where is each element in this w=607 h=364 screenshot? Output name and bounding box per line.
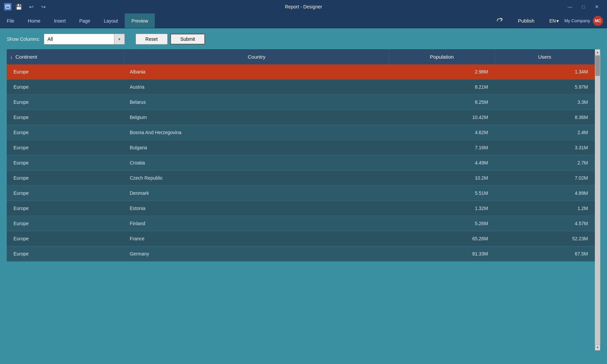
language-button[interactable]: EN ▾ [547,17,561,25]
table-row[interactable]: Europe Croatia 4.49M 2.7M [7,155,595,171]
filter-buttons: Reset Submit [136,34,205,44]
table-row[interactable]: Europe Finland 5.26M 4.57M [7,216,595,231]
cell-population: 4.49M [389,155,495,171]
company-label: My Company [564,18,590,23]
cell-continent: Europe [7,155,124,171]
cell-users: 2.7M [495,155,595,171]
table-row[interactable]: Europe France 65.26M 52.23M [7,231,595,246]
header-country[interactable]: Country [124,49,389,64]
cell-population: 81.33M [389,246,495,262]
cell-users: 2.4M [495,125,595,140]
scrollbar-down-button[interactable]: ▼ [595,344,600,351]
cell-users: 4.89M [495,186,595,201]
cell-continent: Europe [7,95,124,110]
main-content: Show Columns: All Continent Country Popu… [0,28,607,364]
table-row[interactable]: Europe Albania 2.98M 1.34M [7,64,595,80]
share-button[interactable] [494,16,506,26]
show-columns-select[interactable]: All Continent Country Population Users [44,34,125,44]
cell-country: Denmark [124,186,389,201]
cell-population: 5.51M [389,186,495,201]
cell-country: Czech Republic [124,171,389,186]
cell-continent: Europe [7,246,124,262]
cell-users: 7.02M [495,171,595,186]
cell-users: 5.97M [495,80,595,95]
cell-population: 8.21M [389,80,495,95]
menu-home[interactable]: Home [21,13,47,28]
sort-icon: ↓ [10,54,13,60]
cell-population: 2.98M [389,64,495,80]
scrollbar-thumb[interactable] [595,56,600,76]
menu-page[interactable]: Page [73,13,97,28]
header-users[interactable]: Users [495,49,595,64]
header-population[interactable]: Population [389,49,495,64]
cell-continent: Europe [7,64,124,80]
cell-population: 10.2M [389,171,495,186]
cell-country: France [124,231,389,246]
minimize-button[interactable]: — [564,2,576,11]
cell-continent: Europe [7,231,124,246]
cell-continent: Europe [7,201,124,216]
submit-button[interactable]: Submit [170,34,205,44]
lang-chevron-icon: ▾ [556,18,559,24]
cell-country: Croatia [124,155,389,171]
menu-layout[interactable]: Layout [97,13,125,28]
cell-users: 8.36M [495,110,595,125]
lang-label: EN [549,18,556,24]
app-icon [4,3,11,10]
table-row[interactable]: Europe Bosnia And Herzegovina 4.62M 2.4M [7,125,595,140]
cell-users: 67.5M [495,246,595,262]
table-row[interactable]: Europe Czech Republic 10.2M 7.02M [7,171,595,186]
cell-continent: Europe [7,80,124,95]
table-row[interactable]: Europe Estonia 1.32M 1.2M [7,201,595,216]
save-button[interactable]: 💾 [14,2,24,11]
cell-country: Albania [124,64,389,80]
filter-bar: Show Columns: All Continent Country Popu… [7,34,600,44]
avatar[interactable]: MC [593,16,603,26]
table-wrapper: ↓ Continent Country Population Users Eur… [7,49,600,351]
cell-country: Austria [124,80,389,95]
data-table: ↓ Continent Country Population Users Eur… [7,49,595,262]
header-continent[interactable]: ↓ Continent [7,49,124,64]
window-title: Report - Designer [285,4,322,9]
table-row[interactable]: Europe Germany 81.33M 67.5M [7,246,595,262]
menu-preview[interactable]: Preview [125,13,155,28]
menu-bar: File Home Insert Page Layout Preview Pub… [0,13,607,28]
table-row[interactable]: Europe Denmark 5.51M 4.89M [7,186,595,201]
scrollbar[interactable]: ▲ ▼ [595,49,600,351]
cell-population: 1.32M [389,201,495,216]
cell-users: 1.2M [495,201,595,216]
table-row[interactable]: Europe Belgium 10.42M 8.36M [7,110,595,125]
reset-button[interactable]: Reset [136,34,168,44]
cell-population: 7.16M [389,140,495,155]
cell-continent: Europe [7,186,124,201]
menu-items: File Home Insert Page Layout Preview [0,13,155,28]
title-bar: 💾 ↩ ↪ Report - Designer — □ ✕ [0,0,607,13]
table-row[interactable]: Europe Belarus 8.25M 3.3M [7,95,595,110]
menu-insert[interactable]: Insert [47,13,73,28]
cell-users: 4.57M [495,216,595,231]
table-row[interactable]: Europe Austria 8.21M 5.97M [7,80,595,95]
table-row[interactable]: Europe Bulgaria 7.16M 3.31M [7,140,595,155]
menu-file[interactable]: File [0,13,21,28]
publish-button[interactable]: Publish [509,16,544,26]
cell-country: Germany [124,246,389,262]
cell-users: 3.31M [495,140,595,155]
window-controls: — □ ✕ [564,2,603,11]
cell-population: 4.62M [389,125,495,140]
cell-population: 5.26M [389,216,495,231]
show-columns-select-wrapper: All Continent Country Population Users ▼ [44,34,125,44]
svg-rect-0 [6,5,10,8]
cell-country: Finland [124,216,389,231]
close-button[interactable]: ✕ [591,2,603,11]
table-scroll-area[interactable]: ↓ Continent Country Population Users Eur… [7,49,595,351]
cell-country: Bulgaria [124,140,389,155]
show-columns-label: Show Columns: [7,36,40,42]
cell-country: Estonia [124,201,389,216]
maximize-button[interactable]: □ [577,2,589,11]
redo-button[interactable]: ↪ [38,2,48,11]
cell-population: 10.42M [389,110,495,125]
cell-users: 52.23M [495,231,595,246]
undo-button[interactable]: ↩ [26,2,36,11]
cell-continent: Europe [7,171,124,186]
scrollbar-up-button[interactable]: ▲ [595,49,600,55]
